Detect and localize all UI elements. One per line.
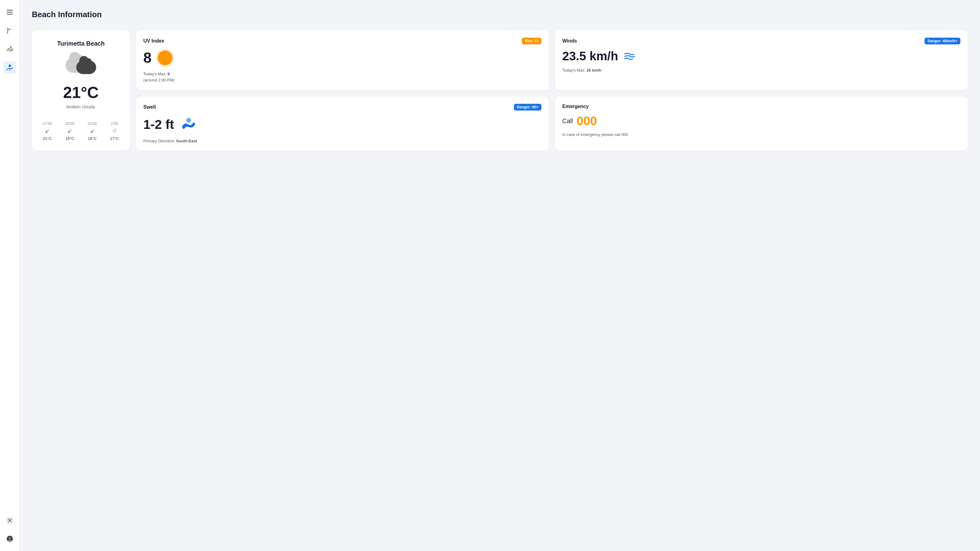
uv-card: UV Index Max: 13 8 Today's Max: 8 (aroun… — [136, 30, 549, 90]
swell-main: 1-2 ft — [143, 115, 541, 134]
winds-card: Winds Danger: 40km/h+ 23.5 km/h Today's … — [555, 30, 968, 90]
svg-point-5 — [9, 65, 11, 67]
forecast-arrow-4: ↺ — [112, 128, 117, 134]
winds-title: Winds — [562, 38, 577, 44]
forecast-row: 17:00 ↙ 21°C 20:00 ↙ 19°C 23:00 ↙ 18°C 2… — [39, 122, 123, 141]
weather-icon — [65, 54, 96, 76]
emergency-card: Emergency Call 000 In case of emergency … — [555, 97, 968, 151]
svg-rect-1 — [7, 12, 13, 13]
forecast-temp-3: 18°C — [88, 136, 97, 141]
swell-card: Swell Danger: 4ft+ 1-2 ft Primary Direct… — [136, 97, 549, 151]
forecast-time-4: 2:00 — [111, 122, 118, 126]
wind-sub-prefix: Today's Max: — [562, 68, 587, 73]
forecast-item-3: 23:00 ↙ 18°C — [88, 122, 97, 141]
wind-value: 23.5 km/h — [562, 49, 618, 63]
winds-card-header: Winds Danger: 40km/h+ — [562, 38, 960, 44]
emergency-sub: In case of emergency please call 000 — [562, 132, 960, 137]
beach-name: Turimetta Beach — [57, 40, 105, 47]
swell-sub-prefix: Primary Direction: — [143, 139, 176, 143]
main-content: Beach Information Turimetta Beach 21°C b… — [20, 0, 980, 551]
emergency-title: Emergency — [562, 104, 589, 109]
svg-rect-0 — [7, 10, 13, 11]
uv-main: 8 — [143, 49, 541, 66]
wave-icon — [180, 115, 197, 134]
sun-icon — [158, 51, 172, 65]
sidebar — [0, 0, 20, 551]
wind-sub: Today's Max: 26 km/h — [562, 68, 960, 73]
user-icon[interactable] — [4, 533, 16, 545]
uv-sub-line2: (around 2:00 PM) — [143, 78, 174, 83]
uv-card-header: UV Index Max: 13 — [143, 38, 541, 44]
uv-title: UV Index — [143, 38, 164, 44]
wind-main: 23.5 km/h — [562, 49, 960, 63]
weather-description: broken clouds — [67, 104, 95, 109]
forecast-item-4: 2:00 ↺ 17°C — [110, 122, 119, 141]
forecast-item-2: 20:00 ↙ 19°C — [65, 122, 75, 141]
swell-card-header: Swell Danger: 4ft+ — [143, 104, 541, 111]
alert-icon[interactable] — [4, 514, 16, 527]
call-label: Call — [562, 118, 573, 125]
swell-sub: Primary Direction: South-East — [143, 139, 541, 143]
uv-sub: Today's Max: 8 (around 2:00 PM) — [143, 71, 541, 83]
emergency-call-row: Call 000 — [562, 114, 960, 128]
uv-sub-line1: Today's Max: — [143, 71, 167, 76]
beach-active-icon[interactable] — [4, 61, 16, 73]
winds-badge: Danger: 40km/h+ — [924, 38, 960, 44]
svg-point-11 — [9, 537, 11, 539]
emergency-card-header: Emergency — [562, 104, 960, 109]
forecast-temp-2: 19°C — [65, 136, 74, 141]
forecast-time-3: 23:00 — [88, 122, 97, 126]
call-number: 000 — [576, 114, 597, 128]
swell-value: 1-2 ft — [143, 117, 174, 132]
cards-grid: Turimetta Beach 21°C broken clouds 17:00… — [32, 30, 968, 151]
uv-value: 8 — [143, 49, 151, 66]
forecast-time-1: 17:00 — [43, 122, 52, 126]
menu-icon[interactable] — [4, 6, 16, 18]
page-title: Beach Information — [32, 10, 968, 19]
forecast-temp-1: 21°C — [43, 136, 52, 141]
wind-sub-max: 26 km/h — [587, 68, 601, 73]
forecast-arrow-3: ↙ — [90, 128, 95, 134]
swell-title: Swell — [143, 105, 156, 110]
swell-sub-direction: South-East — [176, 139, 197, 143]
svg-rect-2 — [7, 14, 13, 15]
wind-icon — [623, 49, 636, 63]
forecast-arrow-2: ↙ — [67, 128, 72, 134]
forecast-arrow-1: ↙ — [45, 128, 49, 134]
uv-badge: Max: 13 — [522, 38, 541, 44]
forecast-temp-4: 17°C — [110, 136, 119, 141]
forecast-time-2: 20:00 — [65, 122, 75, 126]
svg-point-12 — [186, 118, 191, 123]
weather-card: Turimetta Beach 21°C broken clouds 17:00… — [32, 30, 130, 151]
swimmer-icon[interactable] — [4, 43, 16, 55]
flag-icon[interactable] — [4, 24, 16, 37]
forecast-item-1: 17:00 ↙ 21°C — [43, 122, 52, 141]
swell-badge: Danger: 4ft+ — [514, 104, 541, 111]
uv-sub-max: 8 — [167, 71, 170, 76]
temperature: 21°C — [63, 83, 99, 102]
svg-point-4 — [10, 46, 11, 48]
